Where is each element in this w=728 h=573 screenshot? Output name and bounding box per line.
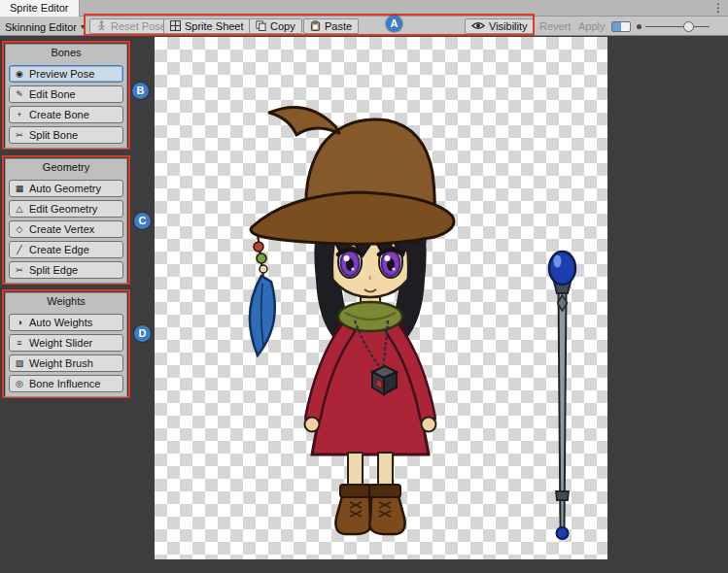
sprite-canvas[interactable] bbox=[155, 37, 607, 559]
reset-pose-button[interactable]: Reset Pose bbox=[89, 18, 173, 34]
weights-panel-body: ◑ Auto Weights ≡ Weight Slider ▧ Weight … bbox=[6, 310, 126, 396]
bones-panel-title: Bones bbox=[6, 45, 126, 61]
geometry-panel: Geometry ▦ Auto Geometry △ Edit Geometry… bbox=[5, 158, 127, 284]
visibility-button[interactable]: Visibility bbox=[465, 18, 535, 34]
character-boots bbox=[335, 485, 404, 534]
reset-pose-label: Reset Pose bbox=[111, 20, 166, 32]
hat-feather-charm bbox=[250, 234, 275, 355]
tab-label: Sprite Editor bbox=[10, 2, 69, 14]
split-bone-icon: ✂ bbox=[14, 131, 25, 140]
create-bone-label: Create Bone bbox=[29, 109, 89, 120]
tab-sprite-editor[interactable]: Sprite Editor bbox=[0, 0, 80, 17]
zoom-slider-knob[interactable] bbox=[683, 21, 694, 32]
weight-brush-icon: ▧ bbox=[14, 359, 25, 368]
annotation-badge-b: B bbox=[132, 83, 149, 99]
chevron-down-icon: ▾ bbox=[81, 22, 85, 31]
edit-bone-label: Edit Bone bbox=[29, 88, 76, 100]
tab-strip: Sprite Editor ⋮ bbox=[0, 0, 728, 17]
auto-geometry-button[interactable]: ▦ Auto Geometry bbox=[9, 180, 123, 197]
staff-orb bbox=[549, 252, 575, 285]
create-edge-icon: ╱ bbox=[14, 246, 25, 254]
edit-geometry-button[interactable]: △ Edit Geometry bbox=[9, 200, 123, 218]
paste-button[interactable]: Paste bbox=[303, 18, 359, 34]
apply-button[interactable]: Apply bbox=[574, 18, 609, 34]
revert-button[interactable]: Revert bbox=[536, 18, 574, 34]
zoom-slider-dot-icon bbox=[637, 24, 641, 29]
copy-button[interactable]: Copy bbox=[249, 18, 302, 34]
texture-preview-toggle[interactable] bbox=[611, 21, 631, 32]
edit-bone-button[interactable]: ✎ Edit Bone bbox=[9, 85, 123, 103]
character-hat bbox=[251, 107, 454, 244]
auto-geometry-label: Auto Geometry bbox=[29, 183, 101, 194]
create-bone-button[interactable]: + Create Bone bbox=[9, 106, 123, 123]
edit-geometry-icon: △ bbox=[14, 205, 25, 214]
geometry-panel-title: Geometry bbox=[6, 159, 126, 176]
paste-icon bbox=[310, 20, 321, 33]
window-menu-icon[interactable]: ⋮ bbox=[711, 0, 725, 17]
bone-influence-icon: ◎ bbox=[14, 380, 25, 388]
create-edge-label: Create Edge bbox=[29, 244, 89, 255]
reset-pose-icon bbox=[96, 20, 107, 33]
split-edge-icon: ✂ bbox=[14, 266, 25, 275]
sprite-sheet-icon bbox=[170, 20, 181, 33]
auto-weights-label: Auto Weights bbox=[29, 317, 92, 328]
paste-label: Paste bbox=[325, 20, 352, 32]
toolbar: Skinning Editor ▾ Reset Pose Sprite Shee… bbox=[0, 17, 728, 36]
split-bone-button[interactable]: ✂ Split Bone bbox=[9, 126, 123, 144]
weights-panel: Weights ◑ Auto Weights ≡ Weight Slider ▧… bbox=[5, 292, 127, 397]
auto-geometry-icon: ▦ bbox=[14, 185, 25, 193]
edit-bone-icon: ✎ bbox=[14, 90, 25, 99]
copy-label: Copy bbox=[270, 20, 295, 32]
split-edge-button[interactable]: ✂ Split Edge bbox=[9, 261, 123, 279]
create-vertex-button[interactable]: ◇ Create Vertex bbox=[9, 220, 123, 238]
bones-panel-body: ◉ Preview Pose ✎ Edit Bone + Create Bone… bbox=[6, 61, 126, 148]
weight-brush-label: Weight Brush bbox=[29, 357, 93, 369]
sprite-artwork bbox=[155, 37, 607, 559]
preview-pose-icon: ◉ bbox=[14, 70, 25, 79]
sprite-sheet-button[interactable]: Sprite Sheet bbox=[163, 18, 251, 34]
split-bone-label: Split Bone bbox=[29, 129, 78, 141]
zoom-slider[interactable] bbox=[637, 20, 711, 33]
annotation-badge-d: D bbox=[134, 325, 151, 342]
visibility-eye-icon bbox=[471, 20, 485, 32]
weight-slider-button[interactable]: ≡ Weight Slider bbox=[9, 334, 123, 352]
annotation-badge-c: C bbox=[134, 213, 151, 229]
geometry-panel-body: ▦ Auto Geometry △ Edit Geometry ◇ Create… bbox=[6, 176, 126, 283]
revert-label: Revert bbox=[539, 20, 571, 32]
scarf bbox=[338, 302, 402, 331]
preview-pose-label: Preview Pose bbox=[29, 68, 94, 80]
hat-brim bbox=[251, 192, 454, 244]
weights-panel-title: Weights bbox=[6, 293, 126, 310]
copy-icon bbox=[256, 20, 266, 33]
auto-weights-icon: ◑ bbox=[14, 319, 25, 327]
create-edge-button[interactable]: ╱ Create Edge bbox=[9, 241, 123, 258]
weight-slider-icon: ≡ bbox=[14, 339, 25, 348]
create-bone-icon: + bbox=[14, 111, 25, 119]
create-vertex-icon: ◇ bbox=[14, 225, 25, 234]
bone-influence-label: Bone Influence bbox=[29, 378, 100, 389]
chibi-character bbox=[250, 107, 454, 534]
zoom-slider-track[interactable] bbox=[645, 26, 710, 27]
apply-label: Apply bbox=[578, 20, 606, 32]
annotation-badge-a: A bbox=[386, 16, 402, 32]
create-vertex-label: Create Vertex bbox=[29, 223, 94, 235]
staff-prop bbox=[549, 252, 575, 539]
edit-geometry-label: Edit Geometry bbox=[29, 203, 97, 215]
mode-label: Skinning Editor bbox=[5, 21, 77, 33]
auto-weights-button[interactable]: ◑ Auto Weights bbox=[9, 314, 123, 331]
split-edge-label: Split Edge bbox=[29, 264, 78, 276]
weight-slider-label: Weight Slider bbox=[29, 337, 92, 349]
skinning-editor-dropdown[interactable]: Skinning Editor ▾ bbox=[5, 19, 85, 34]
bones-panel: Bones ◉ Preview Pose ✎ Edit Bone + Creat… bbox=[5, 44, 127, 149]
sprite-sheet-label: Sprite Sheet bbox=[185, 20, 244, 32]
weight-brush-button[interactable]: ▧ Weight Brush bbox=[9, 354, 123, 372]
bone-influence-button[interactable]: ◎ Bone Influence bbox=[9, 375, 123, 392]
preview-pose-button[interactable]: ◉ Preview Pose bbox=[9, 65, 123, 83]
visibility-label: Visibility bbox=[489, 20, 528, 32]
